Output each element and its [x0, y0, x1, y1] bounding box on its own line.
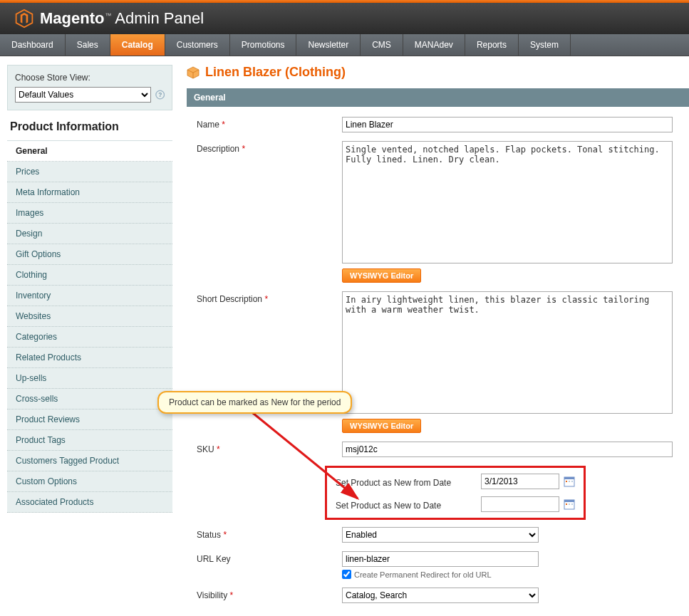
help-icon[interactable]: ?	[155, 90, 165, 100]
field-label-status: Status *	[197, 527, 342, 540]
url-key-input[interactable]	[342, 551, 539, 567]
status-select[interactable]: Enabled	[342, 527, 539, 543]
section-title: Product Information	[10, 120, 172, 133]
sidebar-item-custom-options[interactable]: Custom Options	[7, 471, 172, 492]
sidebar-item-images[interactable]: Images	[7, 203, 172, 224]
calendar-icon[interactable]	[564, 498, 575, 510]
sidebar-item-design[interactable]: Design	[7, 224, 172, 244]
store-view-select[interactable]: Default Values	[15, 87, 151, 103]
field-label-description: Description *	[197, 141, 342, 154]
sidebar-item-general[interactable]: General	[7, 141, 172, 162]
field-label-new-from: Set Product as New from Date	[336, 475, 481, 488]
logo-text: Magento™ Admin Panel	[40, 9, 204, 28]
nav-manadev[interactable]: MANAdev	[403, 34, 465, 56]
svg-rect-14	[571, 503, 573, 505]
wysiwyg-editor-button[interactable]: WYSIWYG Editor	[342, 268, 421, 283]
nav-promotions[interactable]: Promotions	[230, 34, 297, 56]
description-textarea[interactable]: Single vented, notched lapels. Flap pock…	[342, 141, 673, 263]
svg-rect-12	[566, 503, 567, 505]
page-title: Linen Blazer (Clothing)	[187, 65, 689, 80]
nav-system[interactable]: System	[519, 34, 571, 56]
store-view-switcher: Choose Store View: Default Values ?	[7, 65, 172, 110]
nav-newsletter[interactable]: Newsletter	[296, 34, 361, 56]
sidebar-item-customers-tagged-product[interactable]: Customers Tagged Product	[7, 451, 172, 471]
field-label-visibility: Visibility *	[197, 588, 342, 600]
logo: Magento™ Admin Panel	[14, 9, 204, 28]
sidebar-item-websites[interactable]: Websites	[7, 306, 172, 327]
package-icon	[187, 66, 200, 79]
nav-sales[interactable]: Sales	[66, 34, 110, 56]
new-to-date-input[interactable]	[481, 496, 559, 512]
svg-rect-8	[569, 481, 570, 482]
panel-heading-general: General	[187, 88, 689, 107]
wysiwyg-editor-button[interactable]: WYSIWYG Editor	[342, 419, 421, 433]
nav-customers[interactable]: Customers	[165, 34, 230, 56]
nav-catalog[interactable]: Catalog	[110, 34, 165, 56]
sidebar-item-associated-products[interactable]: Associated Products	[7, 492, 172, 513]
svg-rect-7	[566, 481, 567, 482]
svg-rect-6	[564, 477, 574, 479]
field-label-url-key: URL Key	[197, 551, 342, 564]
field-label-sku: SKU *	[197, 442, 342, 454]
visibility-select[interactable]: Catalog, Search	[342, 588, 539, 603]
sidebar-item-product-tags[interactable]: Product Tags	[7, 430, 172, 451]
nav-dashboard[interactable]: Dashboard	[0, 34, 66, 56]
create-redirect-checkbox[interactable]	[342, 570, 351, 579]
sidebar-item-inventory[interactable]: Inventory	[7, 286, 172, 306]
main-nav: DashboardSalesCatalogCustomersPromotions…	[0, 34, 689, 56]
short-description-textarea[interactable]: In airy lightweight linen, this blazer i…	[342, 291, 673, 414]
svg-rect-9	[571, 481, 573, 482]
magento-logo-icon	[14, 9, 34, 28]
annotation-callout: Product can be marked as New for the per…	[157, 391, 352, 414]
name-input[interactable]	[342, 117, 673, 132]
svg-marker-0	[16, 10, 33, 28]
sidebar-item-related-products[interactable]: Related Products	[7, 348, 172, 368]
svg-rect-13	[569, 503, 570, 505]
field-label-new-to: Set Product as New to Date	[336, 498, 481, 511]
sidebar-item-meta-information[interactable]: Meta Information	[7, 182, 172, 203]
nav-reports[interactable]: Reports	[465, 34, 519, 56]
field-label-name: Name *	[197, 117, 342, 130]
new-date-highlight-box: Set Product as New from Date Set Product…	[325, 466, 586, 520]
field-label-short-description: Short Description *	[197, 291, 342, 304]
product-info-tabs: GeneralPricesMeta InformationImagesDesig…	[7, 140, 172, 513]
sidebar-item-product-reviews[interactable]: Product Reviews	[7, 409, 172, 430]
create-redirect-label: Create Permanent Redirect for old URL	[354, 570, 492, 579]
sidebar-item-categories[interactable]: Categories	[7, 327, 172, 348]
store-view-label: Choose Store View:	[15, 73, 165, 83]
header: Magento™ Admin Panel	[0, 3, 689, 34]
sidebar-item-cross-sells[interactable]: Cross-sells	[7, 389, 172, 409]
calendar-icon[interactable]	[564, 476, 575, 487]
nav-cms[interactable]: CMS	[361, 34, 403, 56]
sidebar-item-gift-options[interactable]: Gift Options	[7, 244, 172, 265]
sidebar-item-prices[interactable]: Prices	[7, 162, 172, 182]
sidebar-item-clothing[interactable]: Clothing	[7, 265, 172, 286]
svg-text:?: ?	[158, 91, 162, 98]
svg-rect-11	[564, 500, 574, 502]
sidebar-item-up-sells[interactable]: Up-sells	[7, 368, 172, 389]
new-from-date-input[interactable]	[481, 474, 559, 489]
sku-input[interactable]	[342, 442, 673, 457]
